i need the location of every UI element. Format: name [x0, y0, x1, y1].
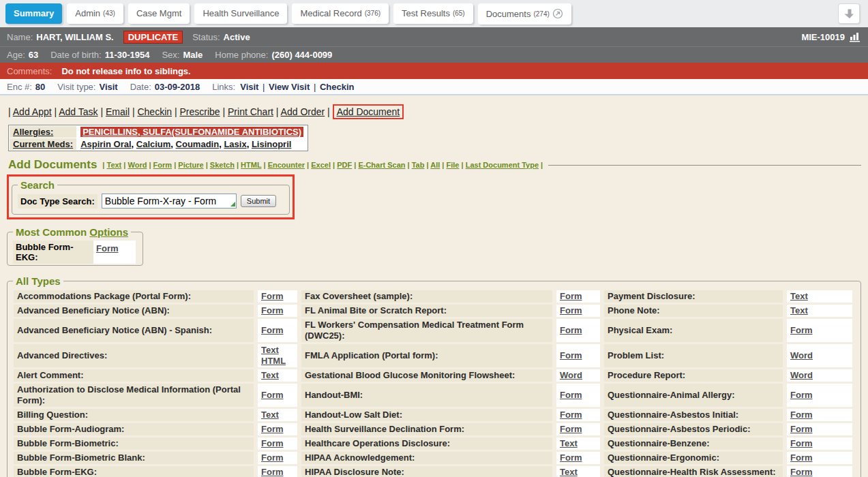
chart-stats-icon[interactable] — [849, 32, 861, 42]
med-link-calcium[interactable]: Calcium — [136, 139, 171, 149]
hipaa-disclosure-note-text-link[interactable]: Text — [560, 467, 578, 477]
open-chart-icon[interactable] — [552, 8, 563, 19]
billing-question-text-link[interactable]: Text — [261, 410, 279, 420]
alert-comment-text-link[interactable]: Text — [261, 370, 279, 381]
med-link-lisinopril[interactable]: Lisinopril — [252, 139, 292, 149]
questionnaire-animal-allergy-form-link[interactable]: Form — [790, 390, 813, 401]
doc-type-label-accommodations-package-portal-form: Accommodations Package (Portal Form): — [14, 290, 254, 303]
questionnaire-health-risk-assessment-form-link[interactable]: Form — [790, 467, 813, 477]
doc-type-link-html[interactable]: HTML — [241, 161, 261, 169]
links-label: Links: — [212, 82, 235, 92]
chart-id: MIE-10019 — [801, 32, 845, 42]
doc-type-links-billing-question: Text — [258, 409, 297, 421]
combobox-grip-icon[interactable] — [230, 202, 235, 206]
doc-type-link-file[interactable]: File — [447, 161, 460, 169]
tab-test-results[interactable]: Test Results(65) — [393, 3, 473, 24]
action-link-add-task[interactable]: Add Task — [59, 106, 98, 117]
bubble-form-biometric-blank-form-link[interactable]: Form — [261, 452, 284, 463]
encounter-link-visit[interactable]: Visit — [240, 82, 258, 92]
advanced-beneficiary-notice-abn-form-link[interactable]: Form — [261, 305, 284, 316]
doc-type-link-text[interactable]: Text — [106, 161, 121, 169]
fmla-application-portal-form-form-link[interactable]: Form — [560, 350, 582, 361]
phone-note-text-link[interactable]: Text — [790, 305, 808, 316]
scroll-down-button[interactable] — [838, 3, 860, 24]
fl-workers-compensation-medical-treatment-form-dwc25-form-link[interactable]: Form — [560, 325, 582, 336]
doc-type-link-last-document-type[interactable]: Last Document Type — [466, 161, 539, 169]
action-link-email[interactable]: Email — [106, 106, 130, 117]
bubble-form-biometric-form-link[interactable]: Form — [261, 438, 284, 449]
bubble-form-ekg-form-link[interactable]: Form — [261, 467, 284, 477]
tab-case-mgmt[interactable]: Case Mgmt — [128, 3, 190, 24]
handout-low-salt-diet-form-link[interactable]: Form — [560, 410, 582, 420]
doc-type-label-phone-note: Phone Note: — [604, 305, 783, 317]
action-link-add-document[interactable]: Add Document — [337, 106, 400, 117]
questionnaire-benzene-form-link[interactable]: Form — [790, 438, 813, 449]
current-meds-link[interactable]: Current Meds: — [13, 139, 73, 149]
action-link-print-chart[interactable]: Print Chart — [228, 106, 273, 117]
doc-type-link-pdf[interactable]: PDF — [337, 161, 352, 169]
med-link-coumadin[interactable]: Coumadin — [176, 139, 220, 149]
doc-type-search-input[interactable] — [102, 194, 237, 209]
med-link-lasix[interactable]: Lasix — [224, 139, 246, 149]
doc-type-link-e-chart-scan[interactable]: E-Chart Scan — [358, 161, 405, 169]
most-common-legend: Most Common Options — [13, 226, 131, 238]
tab-admin[interactable]: Admin(43) — [67, 3, 123, 24]
tab-summary[interactable]: Summary — [5, 3, 62, 24]
advanced-beneficiary-notice-abn-spanish-form-link[interactable]: Form — [261, 325, 284, 336]
doc-type-link-picture[interactable]: Picture — [178, 161, 203, 169]
questionnaire-asbestos-initial-form-link[interactable]: Form — [790, 410, 813, 420]
tab-medical-record[interactable]: Medical Record(376) — [292, 3, 389, 24]
tab-count: (65) — [453, 10, 465, 17]
submit-button[interactable]: Submit — [241, 195, 276, 207]
doc-type-label-billing-question: Billing Question: — [14, 409, 254, 421]
problem-list-word-link[interactable]: Word — [790, 350, 813, 361]
doc-type-link-encounter[interactable]: Encounter — [268, 161, 305, 169]
payment-disclosure-text-link[interactable]: Text — [790, 291, 808, 302]
doc-type-link-word[interactable]: Word — [128, 161, 147, 169]
fax-coversheet-sample-form-link[interactable]: Form — [560, 291, 582, 302]
tab-count: (274) — [533, 10, 549, 18]
action-link-add-order[interactable]: Add Order — [281, 106, 325, 117]
doc-type-link-sketch[interactable]: Sketch — [210, 161, 235, 169]
comments-label: Comments: — [7, 66, 52, 76]
doc-type-links-problem-list: Word — [787, 344, 852, 367]
allergies-link[interactable]: Allergies: — [13, 127, 53, 137]
physical-exam-form-link[interactable]: Form — [790, 325, 813, 336]
doc-type-label-handout-low-salt-diet: Handout-Low Salt Diet: — [301, 409, 552, 421]
doc-type-link-excel[interactable]: Excel — [311, 161, 331, 169]
doc-type-links-bubble-form-biometric-blank: Form — [258, 452, 297, 464]
fl-animal-bite-or-scratch-report-form-link[interactable]: Form — [560, 305, 582, 316]
advanced-directives-text-link[interactable]: Text — [261, 345, 279, 356]
hipaa-acknowledgement-form-link[interactable]: Form — [560, 452, 582, 463]
handout-bmi-form-link[interactable]: Form — [560, 390, 582, 401]
doc-type-link-form[interactable]: Form — [153, 161, 173, 169]
doc-type-link-tab[interactable]: Tab — [412, 161, 425, 169]
action-link-add-appt[interactable]: Add Appt — [13, 106, 52, 117]
questionnaire-ergonomic-form-link[interactable]: Form — [790, 452, 813, 463]
encounter-link-view-visit[interactable]: View Visit — [269, 82, 310, 92]
tab-health-surveillance[interactable]: Health Surveillance — [194, 3, 287, 24]
duplicate-badge[interactable]: DUPLICATE — [123, 31, 183, 44]
doc-type-links-questionnaire-asbestos-initial: Form — [787, 409, 852, 421]
action-link-checkin[interactable]: Checkin — [137, 106, 172, 117]
authorization-to-disclose-medical-information-portal-form-form-link[interactable]: Form — [261, 390, 284, 401]
bubble-form-audiogram-form-link[interactable]: Form — [261, 424, 284, 435]
bubble-form-ekg-form-link[interactable]: Form — [96, 243, 119, 253]
procedure-report-word-link[interactable]: Word — [790, 370, 813, 381]
options-link[interactable]: Options — [89, 226, 128, 238]
doc-type-label-gestational-blood-glucose-monitoring-flowsheet: Gestational Blood Glucose Monitoring Flo… — [301, 369, 552, 382]
accommodations-package-portal-form-form-link[interactable]: Form — [261, 291, 284, 302]
doc-type-label-questionnaire-animal-allergy: Questionnaire-Animal Allergy: — [604, 384, 783, 407]
allergy-value-link[interactable]: PENICILLINS, SULFA(SULFONAMIDE ANTIBIOTI… — [80, 127, 303, 137]
all-types-row: Bubble Form-Biometric:FormHealthcare Ope… — [14, 437, 852, 450]
healthcare-operations-disclosure-text-link[interactable]: Text — [560, 438, 578, 449]
tab-documents[interactable]: Documents(274) — [478, 3, 571, 25]
action-link-prescribe[interactable]: Prescribe — [179, 106, 220, 117]
health-surveillance-declination-form-form-link[interactable]: Form — [560, 424, 582, 435]
doc-type-link-all[interactable]: All — [430, 161, 440, 169]
gestational-blood-glucose-monitoring-flowsheet-word-link[interactable]: Word — [560, 370, 582, 381]
encounter-link-checkin[interactable]: Checkin — [320, 82, 355, 92]
advanced-directives-html-link[interactable]: HTML — [261, 356, 286, 367]
med-link-aspirin-oral[interactable]: Aspirin Oral — [80, 139, 131, 149]
questionnaire-asbestos-periodic-form-link[interactable]: Form — [790, 424, 813, 435]
